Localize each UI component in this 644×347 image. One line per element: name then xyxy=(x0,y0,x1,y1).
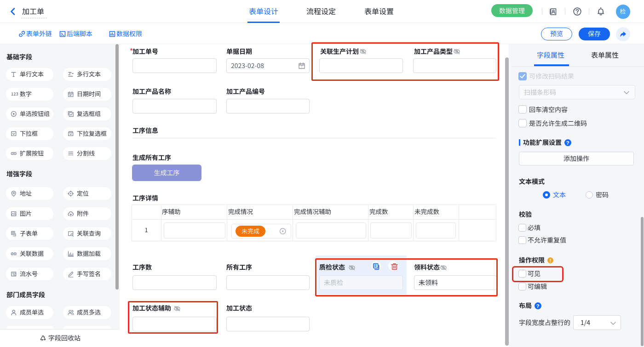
svg-text:7: 7 xyxy=(301,65,303,68)
svg-text:!: ! xyxy=(550,258,551,263)
svg-text:?: ? xyxy=(566,140,569,146)
svg-text:?: ? xyxy=(536,303,540,309)
